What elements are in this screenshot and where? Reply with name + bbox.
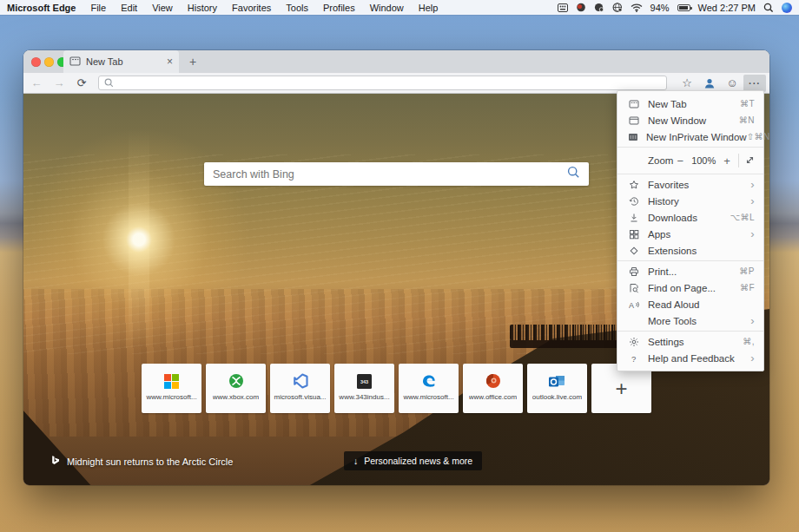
print-icon [628, 266, 640, 277]
menu-item-label: Read Aloud [648, 299, 755, 310]
wifi-icon[interactable] [631, 3, 643, 12]
news-button-label: Personalized news & more [364, 456, 472, 466]
visual-studio-logo-icon [293, 371, 308, 391]
chevron-right-icon: › [750, 315, 755, 326]
menu-item-favorites[interactable]: Favorites › [617, 176, 763, 193]
menu-item-new-inprivate-window[interactable]: New InPrivate Window ⇧⌘N [617, 128, 763, 145]
settings-and-more-button[interactable]: ··· [743, 75, 766, 92]
menu-item-shortcut: ⌘T [740, 99, 755, 108]
down-arrow-icon: ↓ [353, 456, 358, 466]
menu-item-settings[interactable]: Settings ⌘, [617, 333, 763, 350]
fullscreen-icon[interactable] [745, 155, 755, 167]
personalized-news-button[interactable]: ↓ Personalized news & more [344, 451, 482, 470]
apps-icon [628, 229, 640, 240]
menubar-item-tools[interactable]: Tools [286, 3, 308, 13]
menubar-item-edit[interactable]: Edit [121, 3, 137, 13]
bing-search-icon[interactable] [567, 166, 580, 182]
profile-icon[interactable] [698, 75, 721, 92]
tab-favicon [69, 54, 81, 69]
zoom-out-button[interactable]: − [673, 154, 687, 167]
feedback-smiley-icon[interactable]: ☺ [721, 75, 743, 92]
menubar-app-name[interactable]: Microsoft Edge [7, 3, 76, 13]
outlook-logo-icon [549, 371, 565, 391]
menu-group-library: Favorites › History › Downloads ⌥⌘L Apps… [617, 174, 763, 260]
tile-xbox[interactable]: www.xbox.com [206, 364, 266, 413]
tile-label: www.microsoft... [146, 393, 196, 401]
menu-item-zoom: Zoom − 100% + [617, 149, 763, 172]
volume-icon[interactable] [594, 3, 604, 12]
chevron-right-icon: › [750, 179, 755, 190]
battery-icon[interactable] [677, 4, 690, 11]
tile-microsoft[interactable]: www.microsoft... [142, 364, 201, 413]
new-tab-button[interactable]: + [185, 54, 201, 69]
menubar-clock[interactable]: Wed 2:27 PM [698, 3, 756, 13]
downloads-icon [628, 213, 640, 223]
menu-item-new-tab[interactable]: New Tab ⌘T [617, 95, 763, 112]
refresh-icon[interactable]: ⟳ [70, 76, 93, 89]
desktop: Microsoft Edge File Edit View History Fa… [0, 0, 799, 532]
menu-group-settings: Settings ⌘, ? Help and Feedback › [617, 331, 763, 368]
menubar-item-view[interactable]: View [152, 3, 173, 13]
favorites-star-icon[interactable]: ☆ [676, 75, 698, 92]
siri-icon[interactable] [782, 3, 792, 13]
bing-search-input[interactable] [213, 168, 567, 181]
screen-record-icon[interactable] [576, 3, 586, 12]
menu-item-help-and-feedback[interactable]: ? Help and Feedback › [617, 350, 763, 366]
zoom-in-button[interactable]: + [720, 154, 734, 167]
menu-item-label: Find on Page... [648, 283, 740, 293]
menu-item-more-tools[interactable]: More Tools › [617, 312, 763, 329]
tile-microsoft-edge[interactable]: www.microsoft... [399, 364, 459, 413]
tile-visual-studio[interactable]: microsoft.visua... [270, 364, 330, 413]
extensions-icon [628, 246, 640, 256]
menu-group-windows: New Tab ⌘T New Window ⌘N New InPrivate W… [617, 94, 763, 147]
menu-item-new-window[interactable]: New Window ⌘N [617, 112, 763, 128]
menubar-menus: Microsoft Edge File Edit View History Fa… [7, 3, 438, 13]
menu-item-history[interactable]: History › [617, 193, 763, 209]
tile-label: microsoft.visua... [274, 393, 326, 401]
image-caption-text: Midnight sun returns to the Arctic Circl… [67, 456, 233, 467]
tab-new-tab[interactable]: New Tab × [63, 50, 179, 73]
gear-icon [628, 337, 640, 347]
tile-343-industries[interactable]: 343 www.343indus... [334, 364, 394, 413]
tile-label: www.343indus... [339, 393, 389, 401]
menu-item-label: Settings [648, 337, 743, 347]
menu-group-page-tools: Print... ⌘P Find on Page... ⌘F A Read Al… [617, 260, 763, 331]
menu-item-label: Downloads [648, 213, 730, 223]
menubar-item-help[interactable]: Help [419, 3, 439, 13]
menubar-item-file[interactable]: File [90, 3, 106, 13]
window-close-button[interactable] [31, 57, 41, 67]
menu-item-read-aloud[interactable]: A Read Aloud [617, 296, 763, 312]
image-caption[interactable]: Midnight sun returns to the Arctic Circl… [50, 455, 233, 468]
zoom-value: 100% [687, 155, 720, 166]
menubar-item-history[interactable]: History [188, 3, 217, 13]
menu-item-apps[interactable]: Apps › [617, 226, 763, 242]
menu-item-find-on-page[interactable]: Find on Page... ⌘F [617, 279, 763, 296]
menu-item-print[interactable]: Print... ⌘P [617, 263, 763, 279]
spotlight-search-icon[interactable] [763, 3, 774, 13]
microsoft-logo-icon [164, 371, 179, 391]
forward-icon[interactable]: → [48, 76, 70, 89]
menu-item-shortcut: ⇧⌘N [747, 132, 770, 141]
network-globe-icon[interactable] [612, 3, 623, 12]
chevron-right-icon: › [750, 228, 755, 240]
window-minimize-button[interactable] [44, 57, 54, 67]
input-source-icon[interactable] [558, 3, 568, 12]
menu-item-extensions[interactable]: Extensions [617, 242, 763, 259]
address-search-icon [104, 76, 114, 91]
tile-label: www.xbox.com [213, 393, 259, 401]
bing-search-box[interactable] [204, 162, 589, 186]
menubar-item-profiles[interactable]: Profiles [323, 3, 355, 13]
menu-item-downloads[interactable]: Downloads ⌥⌘L [617, 209, 763, 226]
menubar-status-area: 94% Wed 2:27 PM [558, 3, 792, 13]
zoom-label: Zoom [648, 155, 673, 166]
menubar-item-window[interactable]: Window [370, 3, 404, 13]
address-bar[interactable] [98, 76, 667, 90]
back-icon[interactable]: ← [25, 76, 48, 89]
tab-close-icon[interactable]: × [167, 56, 173, 68]
menubar-item-favorites[interactable]: Favorites [232, 3, 271, 13]
menu-item-shortcut: ⌘P [739, 266, 755, 276]
tile-office[interactable]: www.office.com [463, 364, 523, 413]
tile-outlook[interactable]: outlook.live.com [527, 364, 587, 413]
menu-group-zoom: Zoom − 100% + [617, 147, 763, 174]
zoom-divider [738, 154, 739, 167]
